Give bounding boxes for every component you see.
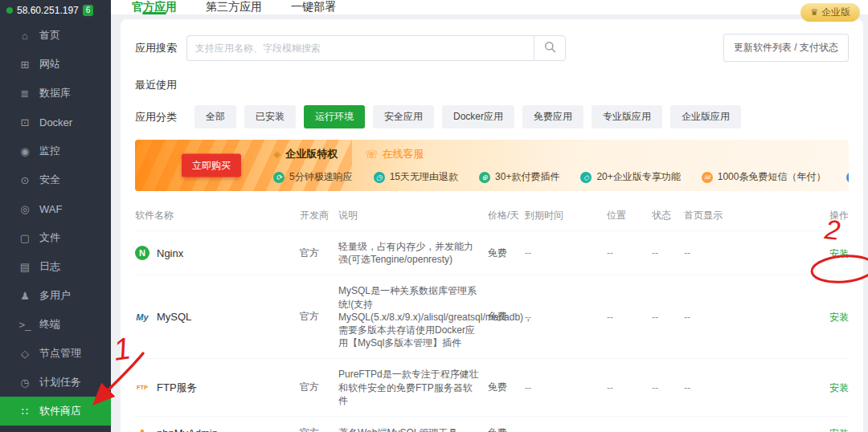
- buy-now-button[interactable]: 立即购买: [182, 154, 241, 177]
- main-area: 官方应用 第三方应用 一键部署 ♛ 企业版 应用搜索 更新软件列表 / 支付状态: [111, 0, 868, 432]
- status: --: [652, 247, 684, 259]
- refresh-icon: ⟳: [273, 172, 285, 183]
- expire-time: --: [525, 382, 607, 393]
- tab-bar: 官方应用 第三方应用 一键部署 ♛ 企业版: [111, 0, 868, 14]
- banner-content: ◈ 企业版特权 ☏ 在线客服 ⟳ 5分钟极速响应: [273, 140, 849, 191]
- sidebar: 58.60.251.197 6 ⌂ 首页 ⊞ 网站 ≣ 数据库 ⊡ Docker…: [0, 0, 111, 432]
- expire-time: --: [525, 427, 607, 432]
- category-pro[interactable]: 专业版应用: [592, 105, 662, 128]
- software-name: MySQL: [157, 311, 191, 323]
- category-runtime[interactable]: 运行环境: [304, 105, 365, 128]
- search-row: 应用搜索 更新软件列表 / 支付状态: [135, 34, 849, 62]
- col-description: 说明: [338, 209, 488, 222]
- appstore-panel: 应用搜索 更新软件列表 / 支付状态 最近使用 应用分类 全部 已安装 运行环境…: [121, 19, 863, 432]
- nodes-icon: ◇: [18, 348, 32, 360]
- search-icon: [544, 41, 556, 55]
- sidebar-item-cron[interactable]: ◷ 计划任务: [0, 368, 111, 397]
- sidebar-item-home[interactable]: ⌂ 首页: [0, 21, 111, 50]
- website-icon: ⊞: [18, 59, 32, 71]
- search-button[interactable]: [534, 35, 566, 61]
- feature-ssl-certs: ▦ 2张SSL商业证书（年付）: [846, 170, 849, 184]
- mail-icon: ✉: [702, 172, 713, 183]
- category-security[interactable]: 安全应用: [373, 105, 434, 128]
- sidebar-item-logs[interactable]: ▤ 日志: [0, 252, 111, 281]
- description: 轻量级，占有内存少，并发能力强(可选Tengine/openresty): [338, 240, 488, 266]
- database-icon: ≣: [18, 88, 32, 100]
- sidebar-item-users[interactable]: ♟ 多用户: [0, 281, 111, 310]
- cron-icon: ◷: [18, 377, 32, 389]
- monitor-icon: ◉: [18, 145, 32, 157]
- enterprise-privilege-title: ◈ 企业版特权: [273, 147, 338, 161]
- sidebar-item-docker[interactable]: ⊡ Docker: [0, 108, 111, 137]
- sidebar-item-label: 网站: [39, 57, 60, 71]
- sidebar-item-label: 终端: [39, 317, 60, 332]
- install-mysql-button[interactable]: 安装: [829, 312, 849, 323]
- install-ftp-button[interactable]: 安装: [829, 382, 849, 393]
- category-enterprise[interactable]: 企业版应用: [670, 105, 741, 128]
- sidebar-item-label: 节点管理: [39, 346, 81, 361]
- software-name: FTP服务: [157, 381, 198, 395]
- software-name: phpMyAdmin: [157, 427, 218, 432]
- category-free[interactable]: 免费应用: [522, 105, 583, 128]
- server-badge: 6: [83, 5, 94, 16]
- sidebar-item-monitor[interactable]: ◉ 监控: [0, 137, 111, 165]
- install-nginx-button[interactable]: 安装: [829, 248, 849, 259]
- users-icon: ♟: [18, 290, 32, 302]
- feature-refund: ◷ 15天无理由退款: [374, 170, 458, 184]
- col-expire: 到期时间: [525, 209, 607, 222]
- status: --: [652, 312, 684, 323]
- sidebar-item-label: 日志: [39, 259, 60, 274]
- table-row-phpmyadmin: Δ phpMyAdmin 官方 著名Web端MySQL管理工具 免费 -- --…: [135, 417, 849, 432]
- price: 免费: [488, 426, 525, 432]
- sidebar-menu: ⌂ 首页 ⊞ 网站 ≣ 数据库 ⊡ Docker ◉ 监控 ⊙ 安全: [0, 21, 111, 426]
- app-window: 58.60.251.197 6 ⌂ 首页 ⊞ 网站 ≣ 数据库 ⊡ Docker…: [0, 0, 868, 432]
- col-status: 状态: [652, 209, 684, 222]
- sidebar-item-label: WAF: [39, 203, 62, 215]
- recently-used-label: 最近使用: [135, 78, 849, 92]
- search-input[interactable]: [186, 35, 534, 61]
- sidebar-item-database[interactable]: ≣ 数据库: [0, 79, 111, 108]
- sidebar-item-appstore[interactable]: ∷ 软件商店: [0, 397, 111, 426]
- headset-icon: ☏: [365, 149, 378, 161]
- server-status-dot: [6, 7, 13, 14]
- update-software-list-button[interactable]: 更新软件列表 / 支付状态: [723, 34, 849, 62]
- sidebar-item-waf[interactable]: ◎ WAF: [0, 194, 111, 223]
- software-table: 软件名称 开发商 说明 价格/天 到期时间 位置 状态 首页显示 操作 N Ng…: [135, 204, 849, 432]
- sidebar-item-terminal[interactable]: >_ 终端: [0, 310, 111, 339]
- category-row: 应用分类 全部 已安装 运行环境 安全应用 Docker应用 免费应用 专业版应…: [135, 105, 849, 128]
- search-label: 应用搜索: [135, 41, 186, 55]
- install-phpmyadmin-button[interactable]: 安装: [829, 428, 849, 432]
- server-info[interactable]: 58.60.251.197 6: [0, 0, 111, 21]
- col-developer: 开发商: [300, 209, 338, 222]
- banner-features: ⟳ 5分钟极速响应 ◷ 15天无理由退款 ⊕ 30+款付费插件 ◇: [273, 170, 841, 184]
- logs-icon: ▤: [18, 261, 32, 273]
- sidebar-item-files[interactable]: ▢ 文件: [0, 223, 111, 252]
- enterprise-edition-badge[interactable]: ♛ 企业版: [800, 3, 860, 22]
- sidebar-item-nodes[interactable]: ◇ 节点管理: [0, 339, 111, 368]
- description: MySQL是一种关系数据库管理系统!(支持MySQL(5.x/8.x/9.x)/…: [338, 284, 488, 349]
- feature-paid-plugins: ⊕ 30+款付费插件: [479, 170, 559, 184]
- tab-oneclick-deploy[interactable]: 一键部署: [291, 0, 336, 14]
- sidebar-item-website[interactable]: ⊞ 网站: [0, 50, 111, 79]
- category-label: 应用分类: [135, 110, 186, 124]
- clock-icon: ◷: [374, 172, 385, 183]
- home-icon: ⌂: [18, 30, 32, 42]
- developer: 官方: [300, 381, 338, 394]
- tab-official-apps[interactable]: 官方应用: [132, 0, 177, 14]
- category-all[interactable]: 全部: [194, 105, 236, 128]
- sidebar-item-label: 计划任务: [39, 375, 81, 389]
- feature-exclusive-functions: ◇ 20+企业版专享功能: [580, 170, 680, 184]
- tab-thirdparty-apps[interactable]: 第三方应用: [206, 0, 262, 14]
- online-support-link[interactable]: ☏ 在线客服: [365, 147, 424, 161]
- home-display: --: [684, 312, 805, 323]
- developer: 官方: [300, 247, 338, 260]
- files-icon: ▢: [18, 232, 32, 244]
- phpmyadmin-icon: Δ: [135, 426, 149, 432]
- category-installed[interactable]: 已安装: [244, 105, 296, 128]
- crown-icon: ♛: [810, 7, 818, 18]
- sidebar-item-label: 首页: [39, 28, 60, 43]
- expire-time: --: [525, 312, 607, 323]
- col-price: 价格/天: [488, 209, 525, 222]
- sidebar-item-security[interactable]: ⊙ 安全: [0, 165, 111, 194]
- category-docker[interactable]: Docker应用: [442, 105, 514, 128]
